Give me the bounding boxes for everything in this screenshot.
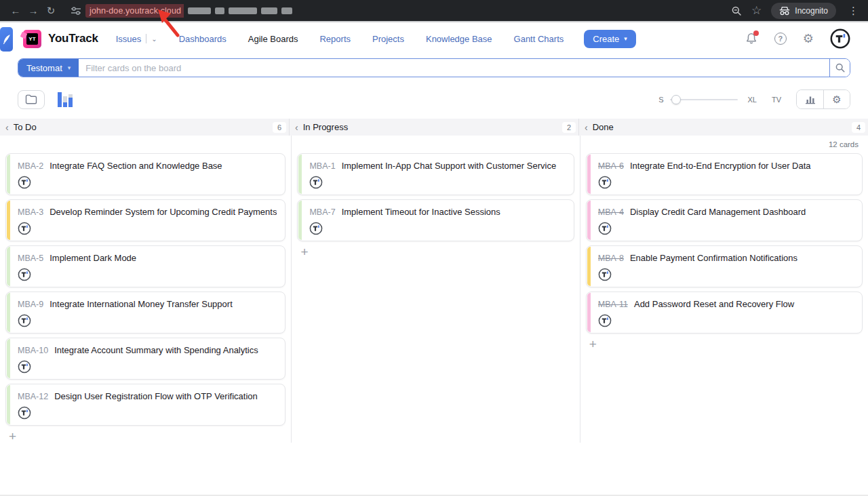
column-count: 2 (562, 122, 576, 133)
feather-icon (3, 34, 11, 45)
redacted-url-segments (188, 7, 292, 14)
add-card-button[interactable]: + (589, 338, 600, 350)
browser-chrome: ← → ↻ john-doe.youtrack.cloud (0, 0, 868, 22)
collapse-chevron-icon[interactable]: ‹ (585, 122, 588, 133)
card[interactable]: MBA-10Integrate Account Summary with Spe… (5, 338, 285, 380)
zoom-icon[interactable] (731, 5, 742, 16)
notifications-bell-icon[interactable] (745, 32, 758, 45)
card-id: MBA-7 (309, 207, 335, 217)
assignee-avatar[interactable] (598, 314, 612, 327)
issues-chevron-down-icon[interactable]: ⌄ (151, 35, 157, 43)
assignee-avatar[interactable] (309, 176, 323, 189)
card[interactable]: MBA-7Implement Timeout for Inactive Sess… (297, 199, 574, 241)
board-selector-button[interactable]: Testomat ▾ (18, 59, 79, 77)
incognito-label: Incognito (795, 6, 828, 16)
card-title: Develop Reminder System for Upcoming Cre… (50, 207, 277, 217)
app-title: YouTrack (48, 32, 98, 45)
card-id: MBA-12 (18, 392, 48, 401)
tv-mode-button[interactable]: TV (772, 96, 781, 104)
column-header-todo[interactable]: ‹ To Do 6 (0, 119, 289, 136)
nav-issues[interactable]: Issues (116, 34, 142, 44)
board-selector-label: Testomat (26, 63, 62, 73)
column-in-progress: MBA-1Implement In-App Chat Support with … (291, 136, 579, 443)
page-bottom-divider (0, 495, 868, 496)
help-icon[interactable]: ? (774, 33, 787, 45)
nav-knowledge-base[interactable]: Knowledge Base (426, 34, 492, 44)
feather-extension-tab[interactable] (0, 27, 13, 52)
add-card-button[interactable]: + (300, 245, 311, 258)
back-icon[interactable]: ← (7, 5, 24, 16)
board-filter-bar: Testomat ▾ (18, 58, 850, 77)
column-header-in-progress[interactable]: ‹ In Progress 2 (289, 119, 578, 136)
collapse-chevron-icon[interactable]: ‹ (5, 122, 9, 133)
settings-gear-icon[interactable]: ⚙ (803, 33, 814, 45)
card[interactable]: MBA-4Display Credit Card Management Dash… (586, 199, 863, 241)
card-title: Implement In-App Chat Support with Custo… (342, 161, 556, 171)
board-columns: 12 cards MBA-2Integrate FAQ Section and … (0, 136, 868, 443)
bar-chart-icon (805, 95, 816, 104)
assignee-avatar[interactable] (18, 222, 31, 235)
card-id: MBA-4 (598, 207, 624, 217)
nav-reports[interactable]: Reports (319, 34, 351, 44)
card[interactable]: MBA-6Integrate End-to-End Encryption for… (586, 153, 863, 195)
card[interactable]: MBA-5Implement Dark Mode (5, 245, 285, 287)
assignee-avatar[interactable] (598, 268, 612, 281)
assignee-avatar[interactable] (598, 176, 612, 189)
user-avatar[interactable] (830, 28, 850, 49)
site-settings-icon[interactable] (71, 6, 81, 16)
card-size-slider[interactable] (670, 95, 738, 104)
assignee-avatar[interactable] (309, 222, 323, 235)
nav-agile-boards[interactable]: Agile Boards (248, 34, 298, 44)
search-button[interactable] (829, 59, 850, 77)
nav-gantt-charts[interactable]: Gantt Charts (514, 34, 564, 44)
slider-knob[interactable] (671, 95, 681, 104)
card-title: Implement Dark Mode (50, 253, 136, 263)
create-button[interactable]: Create ▾ (584, 30, 636, 48)
card-title: Design User Registration Flow with OTP V… (54, 391, 258, 401)
card[interactable]: MBA-3Develop Reminder System for Upcomin… (5, 199, 285, 241)
backlog-button[interactable] (18, 90, 45, 109)
chart-view-toggle-icon[interactable] (57, 92, 73, 108)
add-card-button[interactable]: + (9, 430, 20, 443)
redacted-block (229, 7, 257, 14)
card-id: MBA-3 (18, 207, 43, 217)
assignee-avatar[interactable] (18, 314, 31, 327)
card[interactable]: MBA-8Enable Payment Confirmation Notific… (586, 245, 863, 287)
card[interactable]: MBA-12Design User Registration Flow with… (5, 384, 285, 426)
filter-input[interactable] (79, 59, 829, 77)
forward-icon[interactable]: → (24, 5, 42, 16)
assignee-avatar[interactable] (18, 176, 31, 189)
card[interactable]: MBA-1Implement In-App Chat Support with … (297, 153, 574, 195)
board-settings-button[interactable]: ⚙ (823, 90, 850, 108)
browser-menu-icon[interactable]: ⋮ (846, 5, 861, 17)
bookmark-star-icon[interactable]: ☆ (751, 3, 762, 18)
board-chart-button[interactable] (797, 90, 823, 108)
nav-dashboards[interactable]: Dashboards (179, 34, 226, 44)
reload-icon[interactable]: ↻ (42, 5, 60, 17)
assignee-avatar[interactable] (18, 268, 31, 281)
column-count: 4 (852, 122, 865, 133)
nav-divider (146, 34, 146, 43)
assignee-avatar[interactable] (18, 406, 31, 420)
column-header-done[interactable]: ‹ Done 4 (578, 119, 868, 136)
page: ← → ↻ john-doe.youtrack.cloud (0, 0, 868, 503)
assignee-avatar[interactable] (18, 360, 31, 374)
address-bar-url[interactable]: john-doe.youtrack.cloud (85, 4, 184, 18)
column-count: 6 (273, 122, 286, 133)
app-header: YT YouTrack Issues ⌄ Dashboards Agile Bo… (0, 22, 868, 55)
card[interactable]: MBA-11Add Password Reset and Recovery Fl… (586, 291, 863, 334)
view-controls: S XL TV (18, 89, 850, 109)
card[interactable]: MBA-2Integrate FAQ Section and Knowledge… (5, 153, 285, 195)
card[interactable]: MBA-9Integrate International Money Trans… (5, 291, 285, 334)
nav-projects[interactable]: Projects (372, 34, 404, 44)
card-id: MBA-11 (598, 300, 628, 309)
card-title: Add Password Reset and Recovery Flow (634, 299, 794, 309)
folder-icon (25, 94, 37, 104)
card-size-small-label: S (658, 96, 663, 104)
redacted-block (215, 7, 224, 14)
youtrack-logo-badge: YT (26, 33, 38, 45)
collapse-chevron-icon[interactable]: ‹ (295, 122, 298, 133)
card-id: MBA-10 (18, 346, 48, 355)
assignee-avatar[interactable] (598, 222, 612, 235)
youtrack-logo[interactable]: YT (23, 30, 41, 48)
